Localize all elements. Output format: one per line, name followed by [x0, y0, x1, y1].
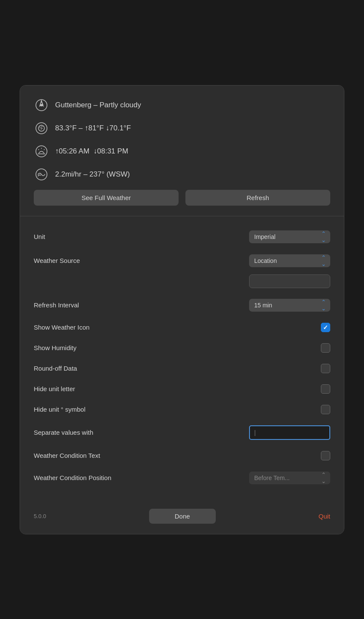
- hide-unit-letter-checkbox[interactable]: [321, 384, 330, 394]
- show-humidity-label: Show Humidity: [34, 344, 76, 351]
- hide-unit-symbol-row: Hide unit ° symbol: [34, 399, 330, 420]
- weather-buttons: See Full Weather Refresh: [34, 190, 330, 206]
- weather-condition-position-select[interactable]: Before Tem... After Tem...: [249, 472, 330, 484]
- round-off-data-row: Round-off Data: [34, 358, 330, 379]
- hide-unit-symbol-label: Hide unit ° symbol: [34, 406, 85, 413]
- hide-unit-letter-label: Hide unit letter: [34, 385, 75, 392]
- sunrise-sunset-text: ↑05:26 AM ↓08:31 PM: [55, 147, 128, 156]
- quit-button[interactable]: Quit: [318, 513, 330, 520]
- weather-section: Guttenberg – Partly cloudy °F 83.3°F – ↑…: [20, 85, 344, 216]
- separate-values-input[interactable]: [249, 425, 330, 440]
- settings-section: Unit Imperial Metric ⌃⌄ Weather Source L…: [20, 216, 344, 502]
- unit-select-wrapper[interactable]: Imperial Metric ⌃⌄: [249, 230, 330, 243]
- unit-label: Unit: [34, 233, 45, 240]
- show-weather-icon-row: Show Weather Icon: [34, 317, 330, 338]
- show-humidity-checkbox[interactable]: [321, 343, 330, 353]
- refresh-button[interactable]: Refresh: [185, 190, 330, 206]
- sunrise-icon: [34, 144, 49, 159]
- show-humidity-row: Show Humidity: [34, 338, 330, 358]
- temperature-row: °F 83.3°F – ↑81°F ↓70.1°F: [34, 121, 330, 136]
- svg-text:°F: °F: [39, 126, 43, 131]
- version-text: 5.0.0: [34, 513, 46, 519]
- refresh-interval-label: Refresh Interval: [34, 301, 79, 309]
- separate-values-label: Separate values with: [34, 429, 93, 436]
- refresh-interval-select[interactable]: 5 min 10 min 15 min 30 min 60 min: [249, 299, 330, 312]
- footer: 5.0.0 Done Quit: [20, 502, 344, 534]
- weather-condition-text-label: Weather Condition Text: [34, 452, 100, 459]
- location-row: Guttenberg – Partly cloudy: [34, 97, 330, 113]
- wind-text: 2.2mi/hr – 237° (WSW): [55, 170, 130, 179]
- location-icon: [34, 97, 49, 113]
- location-text-field[interactable]: [249, 274, 330, 288]
- weather-condition-position-label: Weather Condition Position: [34, 474, 112, 481]
- hide-unit-letter-row: Hide unit letter: [34, 379, 330, 399]
- unit-row: Unit Imperial Metric ⌃⌄: [34, 225, 330, 249]
- separate-values-row: Separate values with: [34, 420, 330, 445]
- svg-line-13: [44, 149, 44, 150]
- location-text: Guttenberg – Partly cloudy: [55, 101, 141, 109]
- show-weather-icon-label: Show Weather Icon: [34, 324, 90, 331]
- see-full-weather-button[interactable]: See Full Weather: [34, 190, 179, 206]
- done-button[interactable]: Done: [149, 509, 216, 524]
- temperature-icon: °F: [34, 121, 49, 136]
- wind-icon: [34, 167, 49, 182]
- weather-condition-position-row: Weather Condition Position Before Tem...…: [34, 466, 330, 490]
- weather-source-select[interactable]: Location Custom: [249, 254, 330, 267]
- hide-unit-symbol-checkbox[interactable]: [321, 405, 330, 414]
- unit-select[interactable]: Imperial Metric: [249, 230, 330, 243]
- weather-condition-text-checkbox[interactable]: [321, 451, 330, 460]
- weather-condition-text-row: Weather Condition Text: [34, 445, 330, 466]
- show-weather-icon-checkbox[interactable]: [321, 323, 330, 332]
- weather-source-label: Weather Source: [34, 257, 80, 264]
- sunrise-row: ↑05:26 AM ↓08:31 PM: [34, 144, 330, 159]
- app-window: Guttenberg – Partly cloudy °F 83.3°F – ↑…: [20, 85, 344, 534]
- weather-condition-position-select-wrapper[interactable]: Before Tem... After Tem... ⌃⌄: [249, 472, 330, 484]
- location-field-row: [34, 273, 330, 293]
- round-off-data-checkbox[interactable]: [321, 364, 330, 373]
- refresh-interval-select-wrapper[interactable]: 5 min 10 min 15 min 30 min 60 min ⌃⌄: [249, 299, 330, 312]
- weather-source-select-wrapper[interactable]: Location Custom ⌃⌄: [249, 254, 330, 267]
- temperature-text: 83.3°F – ↑81°F ↓70.1°F: [55, 124, 131, 133]
- svg-line-12: [38, 149, 39, 150]
- refresh-interval-row: Refresh Interval 5 min 10 min 15 min 30 …: [34, 293, 330, 317]
- weather-source-row: Weather Source Location Custom ⌃⌄: [34, 249, 330, 273]
- wind-row: 2.2mi/hr – 237° (WSW): [34, 167, 330, 182]
- round-off-data-label: Round-off Data: [34, 365, 77, 372]
